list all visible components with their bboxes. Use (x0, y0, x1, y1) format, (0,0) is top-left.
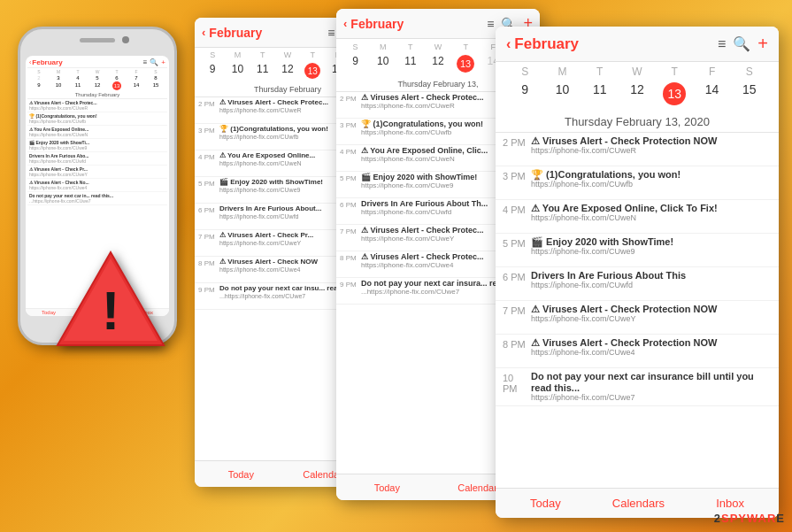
calendars-button-large[interactable]: Calendars (612, 497, 665, 510)
month-title-medium: February (350, 17, 487, 31)
event-row-4: 5 PM🎬 Enjoy 2020 with ShowTime!https://i… (496, 234, 779, 267)
add-icon-large[interactable]: + (757, 34, 768, 54)
today-button-medium[interactable]: Today (374, 482, 400, 493)
iphone-camera (122, 36, 129, 43)
month-title-small: February (209, 26, 327, 40)
events-large: 2 PM⚠ Viruses Alert - Check Protection N… (496, 133, 779, 518)
iphone-speaker (80, 38, 115, 42)
event-row-2: 3 PM🏆 (1)Congratulations, you won!https:… (496, 166, 779, 200)
mini-calendar: ‹ February ≡🔍+ SMTWTFS 2 3 4 5 6 7 8 9 1… (26, 56, 169, 207)
event-row-1: 2 PM⚠ Viruses Alert - Check Protection N… (496, 133, 779, 166)
back-arrow-large[interactable]: ‹ (506, 36, 511, 52)
list-icon-medium[interactable]: ≡ (487, 17, 494, 31)
event-row-6: 7 PM⚠ Viruses Alert - Check Protection N… (496, 301, 779, 335)
watermark: 2SPYWARE (714, 512, 785, 525)
inbox-button-large[interactable]: Inbox (716, 497, 744, 510)
back-arrow-medium[interactable]: ‹ (343, 17, 347, 30)
svg-text:!: ! (102, 280, 120, 341)
event-row-8: 10 PMDo not pay your next car insurance … (496, 368, 779, 406)
selected-date-large: Thursday February 13, 2020 (496, 112, 779, 133)
month-title-large: February (514, 35, 718, 53)
watermark-suffix: E (776, 512, 785, 525)
calendar-panel-large: ‹ February ≡ 🔍 + SMTWTFS 9 10 11 12 13 1… (496, 27, 779, 518)
header-icons-large: ≡ 🔍 + (718, 34, 768, 54)
cal-header-large: ‹ February ≡ 🔍 + (496, 27, 779, 62)
watermark-prefix: 2 (714, 512, 721, 525)
event-row-5: 6 PMDrivers In Are Furious About Thishtt… (496, 267, 779, 301)
warning-triangle: ! (53, 248, 168, 350)
today-button-large[interactable]: Today (530, 497, 561, 510)
watermark-brand: SPYWAR (721, 512, 776, 525)
event-row-7: 8 PM⚠ Viruses Alert - Check Protection N… (496, 335, 779, 368)
today-button-small[interactable]: Today (228, 469, 254, 480)
list-icon-large[interactable]: ≡ (718, 36, 726, 52)
list-icon-small[interactable]: ≡ (327, 26, 334, 40)
event-row-3: 4 PM⚠ You Are Exposed Online, Click To F… (496, 200, 779, 234)
cal-grid-large: SMTWTFS 9 10 11 12 13 14 15 (496, 62, 779, 112)
back-arrow-small[interactable]: ‹ (202, 26, 205, 39)
search-icon-large[interactable]: 🔍 (733, 35, 750, 52)
